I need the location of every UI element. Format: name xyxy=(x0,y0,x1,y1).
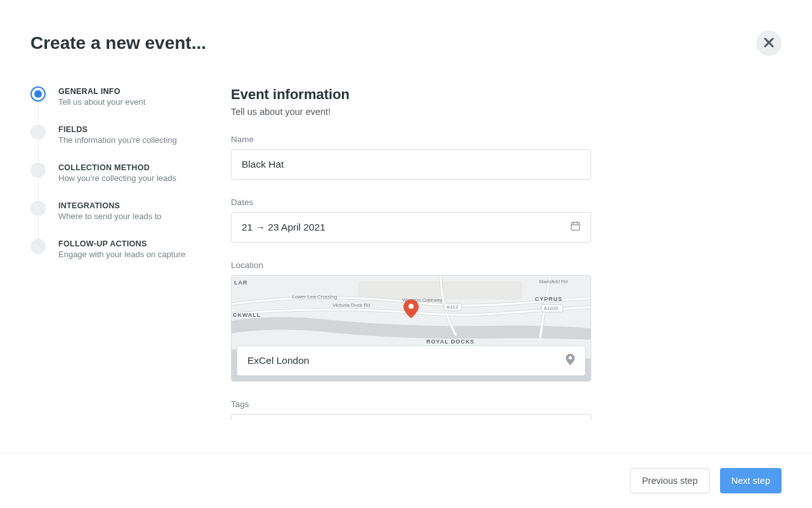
step-follow-up-actions[interactable]: FOLLOW-UP ACTIONS Engage with your leads… xyxy=(30,239,195,259)
svg-text:ROYAL DOCKS: ROYAL DOCKS xyxy=(426,338,475,345)
dates-input[interactable]: 21 → 23 April 2021 xyxy=(231,212,591,243)
step-integrations[interactable]: INTEGRATIONS Where to send your leads to xyxy=(30,201,195,221)
svg-text:LAR: LAR xyxy=(234,279,247,286)
step-title: GENERAL INFO xyxy=(58,87,145,96)
step-subtitle: The information you're collecting xyxy=(58,135,177,145)
svg-text:CKWALL: CKWALL xyxy=(233,312,261,318)
section-title: Event information xyxy=(231,86,591,103)
step-collection-method[interactable]: COLLECTION METHOD How you're collecting … xyxy=(30,163,195,183)
location-label: Location xyxy=(231,260,591,270)
dates-value: 21 → 23 April 2021 xyxy=(242,222,325,233)
tags-label: Tags xyxy=(231,399,591,409)
step-title: FIELDS xyxy=(58,125,177,134)
svg-text:Lower Lea Crossing: Lower Lea Crossing xyxy=(292,294,337,300)
location-input[interactable]: ExCel London xyxy=(237,345,586,376)
step-title: FOLLOW-UP ACTIONS xyxy=(58,239,185,248)
location-value: ExCel London xyxy=(247,355,309,366)
section-subtitle: Tell us about your event! xyxy=(231,107,591,117)
wizard-footer: Previous step Next step xyxy=(0,452,812,508)
dates-label: Dates xyxy=(231,197,591,207)
step-general-info[interactable]: GENERAL INFO Tell us about your event xyxy=(30,86,195,107)
step-subtitle: Engage with your leads on capture xyxy=(58,250,185,259)
page-title: Create a new event... xyxy=(30,33,206,53)
next-step-button[interactable]: Next step xyxy=(720,468,782,493)
step-dot-icon xyxy=(30,124,46,140)
previous-step-button[interactable]: Previous step xyxy=(630,468,710,493)
calendar-icon xyxy=(570,221,580,234)
svg-text:Stansfeld Rd: Stansfeld Rd xyxy=(539,279,568,284)
location-map[interactable]: LAR CKWALL ROYAL DOCKS CYPRUS Lower Lea … xyxy=(231,275,591,382)
step-dot-icon xyxy=(30,86,46,102)
step-title: COLLECTION METHOD xyxy=(58,163,176,172)
step-dot-icon xyxy=(30,163,46,178)
step-subtitle: How you're collecting your leads xyxy=(58,173,176,183)
step-fields[interactable]: FIELDS The information you're collecting xyxy=(30,124,195,145)
svg-text:A1020: A1020 xyxy=(544,305,559,311)
svg-text:A112: A112 xyxy=(447,304,459,310)
step-title: INTEGRATIONS xyxy=(58,201,162,210)
step-subtitle: Tell us about your event xyxy=(58,97,145,107)
name-label: Name xyxy=(231,135,591,144)
svg-text:CYPRUS: CYPRUS xyxy=(535,296,562,302)
step-subtitle: Where to send your leads to xyxy=(58,211,162,221)
tags-input[interactable] xyxy=(231,414,591,420)
event-form: Event information Tell us about your eve… xyxy=(231,86,591,444)
svg-rect-0 xyxy=(572,223,580,231)
close-icon xyxy=(764,36,774,51)
name-input[interactable] xyxy=(231,149,591,180)
location-pin-icon xyxy=(566,354,575,368)
svg-point-19 xyxy=(568,356,572,359)
svg-text:Victoria Dock Rd: Victoria Dock Rd xyxy=(332,302,370,308)
close-button[interactable] xyxy=(756,30,782,56)
step-dot-icon xyxy=(30,201,46,216)
step-dot-icon xyxy=(30,239,46,254)
svg-point-18 xyxy=(409,304,414,309)
stepper: GENERAL INFO Tell us about your event FI… xyxy=(30,86,195,444)
